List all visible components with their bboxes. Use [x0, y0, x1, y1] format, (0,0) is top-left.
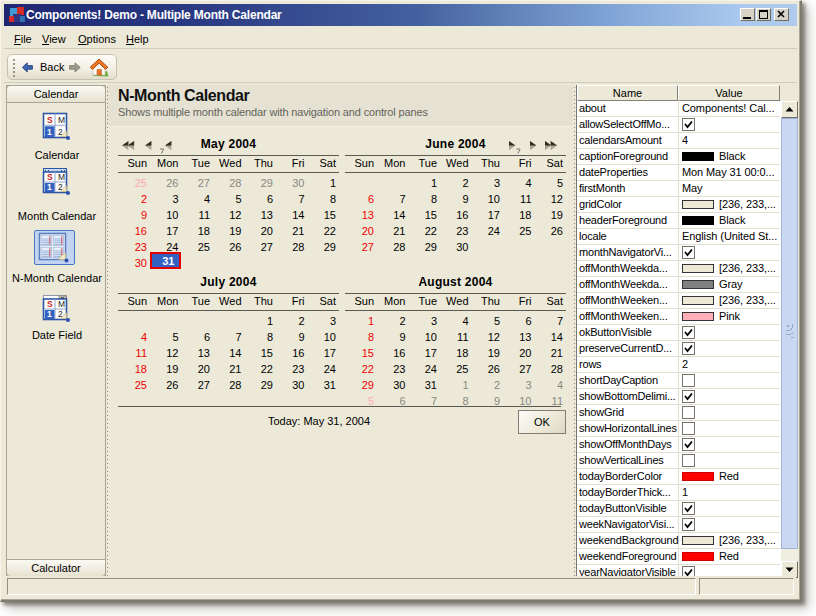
svg-text:1: 1	[47, 309, 52, 319]
svg-text:1: 1	[47, 182, 52, 192]
svg-text:S: S	[47, 299, 53, 309]
svg-text:S: S	[47, 115, 53, 125]
svg-text:S: S	[47, 172, 53, 182]
svg-text:M: M	[58, 299, 65, 309]
svg-text:M: M	[58, 172, 65, 182]
svg-text:M: M	[58, 115, 65, 125]
svg-text:1: 1	[47, 127, 52, 137]
